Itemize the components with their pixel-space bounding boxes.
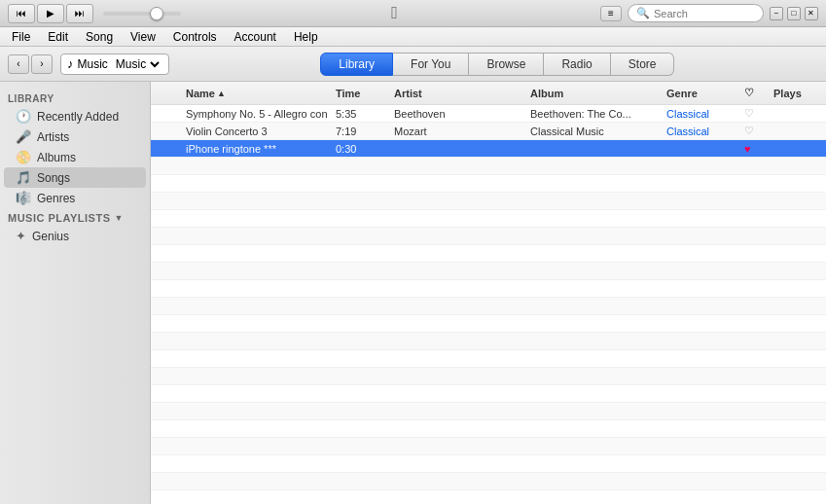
tab-radio[interactable]: Radio <box>544 53 610 76</box>
cell-time: 7:19 <box>330 123 388 139</box>
forward-button[interactable]: › <box>31 54 53 74</box>
minimize-button[interactable]: − <box>770 7 783 20</box>
heart-icon: ♥ <box>744 143 751 155</box>
menu-file[interactable]: File <box>4 28 38 46</box>
menu-edit[interactable]: Edit <box>40 28 76 46</box>
th-plays[interactable]: Plays <box>768 84 826 102</box>
next-button[interactable]: ⏭ <box>66 4 93 23</box>
genres-icon: 🎼 <box>16 191 31 205</box>
table-header: Name ▲ Time Artist Album Genre ♡ Plays <box>151 82 826 105</box>
cell-genre: Classical <box>661 123 738 139</box>
cell-album: Beethoven: The Co... <box>524 105 661 122</box>
cell-artist <box>388 140 524 157</box>
cell-artist: Beethoven <box>388 105 524 122</box>
empty-row <box>151 490 826 504</box>
empty-row <box>151 403 826 420</box>
tab-store[interactable]: Store <box>611 53 675 76</box>
cell-plays <box>768 123 826 139</box>
cell-genre: Classical <box>661 105 738 122</box>
empty-row <box>151 245 826 263</box>
tab-library[interactable]: Library <box>320 53 393 76</box>
cell-heart[interactable]: ♡ <box>738 123 768 139</box>
cell-plays <box>768 105 826 122</box>
artists-label: Artists <box>37 130 69 144</box>
th-time[interactable]: Time <box>330 84 388 102</box>
sidebar-item-genres[interactable]: 🎼 Genres <box>4 188 146 208</box>
tab-browse[interactable]: Browse <box>469 53 544 76</box>
cell-name: Violin Concerto 3 <box>180 123 330 139</box>
search-icon: 🔍 <box>636 7 650 19</box>
th-genre[interactable]: Genre <box>661 84 738 102</box>
menu-view[interactable]: View <box>123 28 163 46</box>
songs-icon: 🎵 <box>16 170 31 185</box>
search-input[interactable] <box>654 8 755 19</box>
cell-num <box>151 123 180 139</box>
heart-icon: ♡ <box>744 125 754 137</box>
empty-row <box>151 368 826 385</box>
empty-row <box>151 420 826 438</box>
playback-controls: ⏮ ▶ ⏭ <box>8 4 189 23</box>
table-row[interactable]: iPhone ringtone *** 0:30 ♥ <box>151 140 826 158</box>
menu-account[interactable]: Account <box>227 28 284 46</box>
sidebar-item-artists[interactable]: 🎤 Artists <box>4 126 146 147</box>
tab-foryou[interactable]: For You <box>393 53 469 76</box>
prev-button[interactable]: ⏮ <box>8 4 35 23</box>
cell-heart[interactable]: ♡ <box>738 105 768 122</box>
volume-thumb[interactable] <box>150 7 163 20</box>
cell-heart[interactable]: ♥ <box>738 140 768 157</box>
recently-added-icon: 🕐 <box>16 109 31 124</box>
menu-song[interactable]: Song <box>78 28 121 46</box>
table-row[interactable]: Violin Concerto 3 7:19 Mozart Classical … <box>151 123 826 140</box>
genres-label: Genres <box>37 192 75 205</box>
cell-plays <box>768 140 826 157</box>
menu-help[interactable]: Help <box>286 28 326 46</box>
empty-row <box>151 315 826 333</box>
th-num <box>151 84 180 102</box>
music-playlists-header[interactable]: Music Playlists ▼ <box>0 208 150 226</box>
location-select[interactable]: Music <box>112 56 162 72</box>
cell-album <box>524 140 661 157</box>
list-icon[interactable]: ≡ <box>600 6 622 21</box>
empty-row <box>151 193 826 210</box>
empty-row <box>151 263 826 280</box>
songs-label: Songs <box>37 171 70 185</box>
th-album[interactable]: Album <box>524 84 661 102</box>
empty-row <box>151 333 826 350</box>
sidebar-item-recently-added[interactable]: 🕐 Recently Added <box>4 106 146 126</box>
sort-arrow-icon: ▲ <box>217 89 226 98</box>
cell-name: Symphony No. 5 - Allegro con brio <box>180 105 330 122</box>
empty-row <box>151 158 826 175</box>
th-heart: ♡ <box>738 84 768 102</box>
cell-time: 0:30 <box>330 140 388 157</box>
albums-icon: 📀 <box>16 150 31 164</box>
back-button[interactable]: ‹ <box>8 54 29 74</box>
tab-group: Library For You Browse Radio Store <box>320 53 674 76</box>
close-button[interactable]: ✕ <box>805 7 818 20</box>
artists-icon: 🎤 <box>16 129 31 144</box>
sidebar-item-albums[interactable]: 📀 Albums <box>4 147 146 167</box>
th-name[interactable]: Name ▲ <box>180 84 330 102</box>
nav-arrows: ‹ › <box>8 54 53 74</box>
cell-album: Classical Music <box>524 123 661 139</box>
empty-row <box>151 350 826 368</box>
music-icon: ♪ <box>67 56 74 71</box>
search-bar[interactable]: 🔍 <box>628 4 764 22</box>
genius-icon: ✦ <box>16 229 26 243</box>
empty-row <box>151 298 826 315</box>
volume-track[interactable] <box>103 12 181 16</box>
play-button[interactable]: ▶ <box>37 4 64 23</box>
library-section-title: Library <box>0 90 150 106</box>
heart-icon: ♡ <box>744 107 754 120</box>
location-bar[interactable]: ♪ Music Music <box>60 54 169 75</box>
music-playlists-label: Music Playlists <box>8 212 111 224</box>
th-artist[interactable]: Artist <box>388 84 524 102</box>
sidebar-item-songs[interactable]: 🎵 Songs <box>4 167 146 188</box>
empty-row <box>151 438 826 455</box>
sidebar-item-genius[interactable]: ✦ Genius <box>4 226 146 246</box>
maximize-button[interactable]: □ <box>787 7 801 20</box>
cell-name: iPhone ringtone *** <box>180 140 330 157</box>
volume-control <box>103 12 181 16</box>
table-row[interactable]: Symphony No. 5 - Allegro con brio 5:35 B… <box>151 105 826 123</box>
title-bar: ⏮ ▶ ⏭  ≡ 🔍 − □ ✕ <box>0 0 826 27</box>
menu-controls[interactable]: Controls <box>165 28 225 46</box>
